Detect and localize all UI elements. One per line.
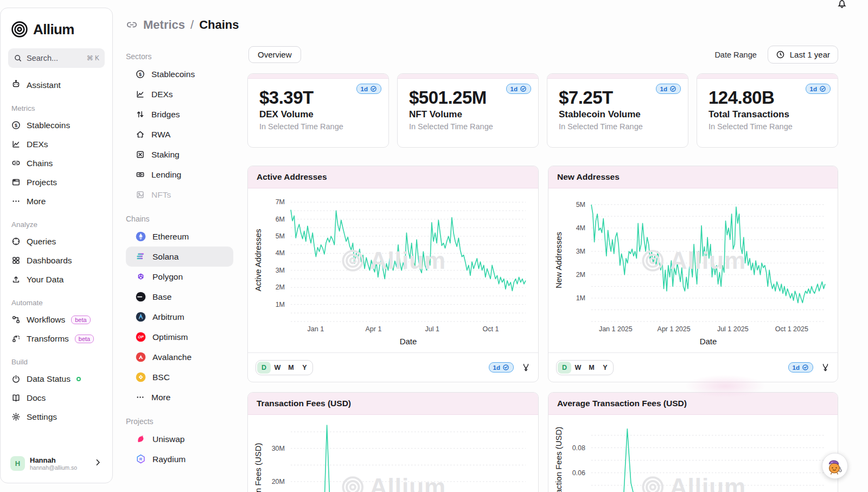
clock-icon [776,50,785,59]
granularity-w[interactable]: W [571,362,585,374]
check-circle-icon [669,85,676,92]
subnav-item-nfts: NFTs [126,185,233,205]
subnav-item-raydium[interactable]: RRaydium [126,449,233,469]
svg-text:1M: 1M [576,294,585,302]
granularity-d[interactable]: D [558,362,571,374]
freshness-badge[interactable]: 1d [656,84,681,94]
breadcrumb: Metrics / Chains [126,18,239,32]
chart-card-new-addresses: New Addresses Allium 1M2M3M4M5MJan 1 202… [548,166,838,382]
freshness-badge[interactable]: 1d [788,362,813,373]
stat-card-dex-volume: 1d $3.39T DEX Volume In Selected Time Ra… [247,73,389,148]
svg-text:$: $ [15,123,17,128]
subnav-item-lending[interactable]: Lending [126,165,233,185]
subnav-item-uniswap[interactable]: Uniswap [126,429,233,449]
merge-arrows-icon[interactable] [521,363,531,372]
granularity-m[interactable]: M [585,362,598,374]
stat-card-stablecoin-volume: 1d $7.25T Stablecoin Volume In Selected … [547,73,688,148]
sidebar-item-chains[interactable]: Chains [8,154,105,173]
chart-title: Transaction Fees (USD) [248,393,538,415]
svg-text:Transaction Fees (USD): Transaction Fees (USD) [253,443,263,492]
subnav-item-polygon[interactable]: Polygon [126,267,233,287]
sidebar-item-dexs[interactable]: DEXs [8,135,105,154]
chart-card-average-transaction-fees-usd-: Average Transaction Fees (USD) Allium 0.… [548,392,838,492]
subnav-item-optimism[interactable]: OPOptimism [126,327,233,347]
brand-name: Allium [33,21,74,38]
merge-arrows-icon[interactable] [821,363,830,372]
subnav-item-label: NFTs [151,190,171,200]
support-mascot-button[interactable] [822,453,848,479]
granularity-m[interactable]: M [284,362,298,374]
check-circle-icon [520,85,527,92]
sidebar-item-docs[interactable]: Docs [8,388,105,407]
status-dot [76,377,81,381]
check-circle-icon [819,85,826,92]
sidebar-item-label: Stablecoins [27,121,70,130]
freshness-badge[interactable]: 1d [356,84,381,94]
subnav-item-label: Lending [151,170,181,180]
subnav-item-bridges[interactable]: Bridges [126,104,233,124]
sidebar-item-projects[interactable]: Projects [8,173,105,192]
subnav-item-ethereum[interactable]: Ethereum [126,226,233,247]
subnav-item-rwa[interactable]: RWA [126,124,233,144]
data-line [591,205,825,303]
uniswap-logo-icon [136,434,146,444]
tab-overview[interactable]: Overview [248,46,301,63]
freshness-badge[interactable]: 1d [489,362,514,373]
check-circle-icon [802,364,809,371]
freshness-badge[interactable]: 1d [506,84,531,94]
power-icon [11,374,21,383]
stat-card-accent [248,74,388,79]
sidebar-item-your-data[interactable]: Your Data [8,270,105,289]
sidebar-item-assistant[interactable]: Assistant [8,75,105,94]
subnav-item-label: Bridges [151,110,180,119]
subnav-item-avalanche[interactable]: Avalanche [126,347,233,367]
granularity-d[interactable]: D [257,362,271,374]
beta-badge: beta [71,316,90,324]
granularity-y[interactable]: Y [598,362,612,374]
avatar: H [10,456,25,471]
svg-text:0.06: 0.06 [572,469,585,477]
sidebar-item-label: Workflows [27,315,65,325]
granularity-w[interactable]: W [271,362,284,374]
subnav-item-bsc[interactable]: BSC [126,367,233,387]
sidebar-item-queries[interactable]: Queries [8,232,105,251]
subnav-item-base[interactable]: Base [126,287,233,307]
sidebar-item-settings[interactable]: Settings [8,407,105,426]
sidebar-item-stablecoins[interactable]: $ Stablecoins [8,116,105,135]
svg-text:3M: 3M [276,267,285,274]
search-input[interactable]: Search... ⌘ K [8,48,105,68]
svg-text:R: R [139,457,143,462]
svg-text:Apr 1 2025: Apr 1 2025 [658,325,691,333]
granularity-y[interactable]: Y [298,362,311,374]
sidebar-section-label: Metrics [11,104,105,112]
subnav-section-label: Chains [126,215,233,223]
chart-card-transaction-fees-usd-: Transaction Fees (USD) Allium 10M20M30MJ… [247,392,539,492]
book-icon [11,393,21,402]
chart-plot-area: Allium 1M2M3M4M5M6M7MJan 1Apr 1Jul 1Oct … [248,188,538,352]
chart-canvas: 0.020.040.060.08Jan 1 2025Apr 1 2025Jul … [548,415,838,492]
date-range-button[interactable]: Last 1 year [768,46,838,64]
sidebar-item-data-status[interactable]: Data Status [8,369,105,388]
mascot-icon [825,456,845,476]
sidebar-item-more[interactable]: More [8,192,105,211]
svg-text:5M: 5M [576,201,585,209]
subnav-item-stablecoins[interactable]: $Stablecoins [126,64,233,84]
subnav-item-more[interactable]: More [126,387,233,407]
subnav-item-staking[interactable]: Staking [126,144,233,165]
subnav-item-label: Solana [152,252,178,262]
granularity-control: DWMY [256,360,313,375]
subnav-item-dexs[interactable]: DEXs [126,84,233,104]
subnav-item-solana[interactable]: Solana [126,247,233,267]
breadcrumb-section[interactable]: Metrics [143,18,185,32]
sidebar-item-workflows[interactable]: Workflowsbeta [8,310,105,329]
subnav-item-arbitrum[interactable]: Arbitrum [126,307,233,327]
sidebar-item-transforms[interactable]: Transformsbeta [8,329,105,348]
sidebar-item-label: DEXs [27,140,48,149]
sidebar-item-label: Your Data [27,275,63,285]
sidebar-item-dashboards[interactable]: Dashboards [8,251,105,270]
freshness-badge[interactable]: 1d [806,84,831,94]
user-card[interactable]: H Hannah hannah@allium.so [6,452,107,475]
svg-text:4M: 4M [276,249,285,257]
date-range-value: Last 1 year [790,50,830,59]
subnav-item-label: Staking [151,150,180,160]
